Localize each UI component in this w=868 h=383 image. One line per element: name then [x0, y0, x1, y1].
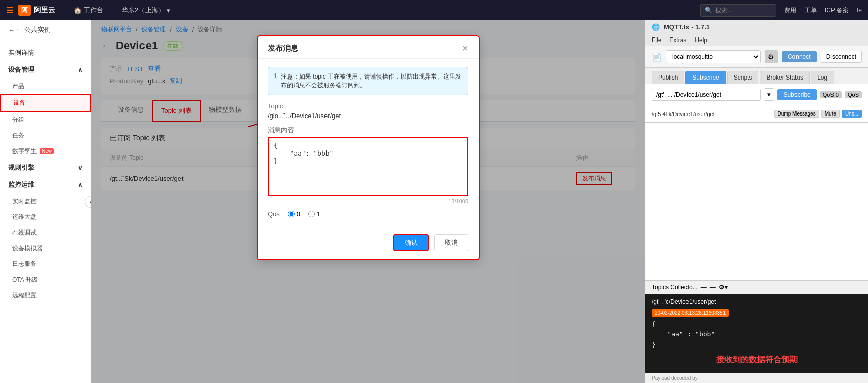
mqtt-timestamp: 20-02-2022 03:13:28.11608351	[652, 309, 729, 317]
mqtt-tab-log[interactable]: Log	[811, 71, 834, 84]
sidebar-item-digital-twin[interactable]: 数字孪生 New	[0, 143, 91, 159]
mqtt-message-body: { "aa" : "bbb" }	[652, 319, 862, 351]
mqtt-tab-scripts[interactable]: Scripts	[727, 71, 759, 84]
mqtt-topics-gear-icon[interactable]: ⚙▾	[719, 284, 728, 291]
qos-0-label: 0	[297, 210, 300, 218]
hamburger-icon[interactable]: ☰	[6, 6, 13, 15]
search-icon: 🔍	[705, 7, 712, 14]
search-placeholder: 搜索...	[715, 6, 733, 15]
sidebar-label-digital-twin: 数字孪生	[12, 147, 37, 156]
back-icon: ←	[8, 26, 15, 34]
mqtt-mute-btn[interactable]: Mute	[821, 110, 840, 118]
qos-1-label: 1	[317, 210, 320, 218]
mqtt-sub-topic: /gt5 4f k/Device1/user/get	[652, 111, 715, 117]
mqtt-topic-input[interactable]	[652, 89, 761, 101]
sidebar-label-group: 分组	[12, 116, 24, 123]
nav-tools[interactable]: 工单	[805, 6, 817, 15]
nav-icp[interactable]: ICP 备案	[825, 6, 849, 15]
topic-field-label: Topic	[268, 102, 468, 110]
mqtt-topics-collector: Topics Collecto... — — ⚙▾	[645, 281, 868, 294]
mqtt-subscribe-btn[interactable]: Subscribe	[777, 89, 816, 100]
nav-right: 🔍 搜索... 费用 工单 ICP 备案 Ie	[700, 4, 862, 17]
sidebar-item-realtime[interactable]: 实时监控	[0, 194, 91, 209]
mqtt-tab-subscribe[interactable]: Subscribe	[685, 71, 726, 84]
dialog-footer: 确认 取消	[258, 228, 479, 259]
qos-1-radio[interactable]	[308, 211, 315, 217]
mqtt-disconnect-btn[interactable]: Disconnect	[821, 51, 862, 63]
mqtt-topics-dash1: —	[701, 284, 707, 291]
mqtt-tabs: Publish Subscribe Scripts Broker Status …	[645, 68, 868, 84]
sidebar-item-remote-config[interactable]: 远程配置	[0, 288, 91, 303]
mqtt-titlebar: 🌐 MQTT.fx - 1.7.1	[645, 20, 868, 34]
mqtt-payload-label: Payload decoded by	[645, 373, 868, 383]
nav-fees[interactable]: 费用	[784, 6, 797, 15]
content-area: 物联网平台 / 设备管理 / 设备 / 设备详情 ← Device1 在线 产品…	[91, 20, 645, 383]
mqtt-connect-btn[interactable]: Connect	[782, 51, 817, 62]
sidebar-label-task: 任务	[12, 132, 24, 139]
mqtt-menu-file[interactable]: File	[652, 36, 661, 44]
message-textarea[interactable]: { "aa": "bbb" }	[269, 138, 467, 194]
sidebar-group-rules[interactable]: 规则引擎 ∨	[0, 159, 91, 176]
mqtt-bottom: Topics Collecto... — — ⚙▾ /gt' . 'c/Devi…	[645, 281, 868, 383]
dialog-header: 发布消息 ✕	[258, 36, 479, 59]
sidebar-label-device: 设备	[13, 99, 25, 106]
chevron-icon3: ∧	[78, 181, 83, 189]
qos-1-option[interactable]: 1	[308, 210, 320, 218]
sidebar-item-task[interactable]: 任务	[0, 128, 91, 143]
sidebar-item-group[interactable]: 分组	[0, 112, 91, 128]
qos-0-option[interactable]: 0	[288, 210, 300, 218]
mqtt-menubar: File Extras Help	[645, 34, 868, 46]
mqtt-qos1-badge: QoS	[845, 91, 862, 98]
dialog-close-btn[interactable]: ✕	[462, 44, 468, 53]
sidebar-item-product[interactable]: 产品	[0, 79, 91, 94]
sidebar-item-log[interactable]: 日志服务	[0, 256, 91, 272]
mqtt-doc-icon: 📄	[652, 52, 662, 62]
dialog-body: ℹ 注意：如果 topic 正在被使用，请谨慎操作，以防出现异常。这里发布的消息…	[258, 59, 479, 228]
nav-region[interactable]: 华东2（上海） ▾	[122, 6, 170, 15]
top-nav: ☰ 阿 阿里云 🏠 工作台 华东2（上海） ▾ 🔍 搜索... 费用 工单 IC…	[0, 0, 868, 20]
sidebar: ← ← 公共实例 实例详情 设备管理 ∧ 产品 设备 分组 任务	[0, 20, 91, 383]
mqtt-connection-select[interactable]: local mosquitto	[666, 50, 761, 63]
main-layout: ← ← 公共实例 实例详情 设备管理 ∧ 产品 设备 分组 任务	[0, 20, 868, 383]
cancel-button[interactable]: 取消	[434, 234, 468, 251]
mqtt-menu-extras[interactable]: Extras	[669, 36, 686, 44]
sidebar-group-device-mgmt[interactable]: 设备管理 ∧	[0, 61, 91, 79]
tab-marker: Ie	[857, 7, 862, 14]
sidebar-item-device-sim[interactable]: 设备模拟器	[0, 241, 91, 256]
mqtt-dump-messages-btn[interactable]: Dump Messages	[774, 110, 819, 118]
sidebar-back[interactable]: ← ← 公共实例	[0, 20, 91, 40]
sidebar-label-instance: 实例详情	[8, 48, 34, 57]
qos-0-radio[interactable]	[288, 211, 295, 217]
mqtt-qos0-badge: QoS 0	[820, 91, 842, 98]
workbench-label: 工作台	[84, 6, 103, 15]
mqtt-unsub-btn[interactable]: Uns...	[842, 110, 862, 118]
mqtt-subscriptions: /gt5 4f k/Device1/user/get Dump Messages…	[645, 105, 868, 123]
mqtt-connect-row: 📄 local mosquitto ⚙ Connect Disconnect	[645, 46, 868, 68]
nav-workbench[interactable]: 🏠 工作台	[74, 6, 103, 15]
qos-label: Qos	[268, 210, 280, 218]
sidebar-item-instance[interactable]: 实例详情	[0, 44, 91, 61]
char-count: 18/1000	[268, 198, 468, 204]
mqtt-menu-help[interactable]: Help	[695, 36, 707, 44]
sidebar-item-opsboard[interactable]: 运维大盘	[0, 209, 91, 225]
chevron-icon2: ∨	[78, 164, 83, 172]
mqtt-sub-item: /gt5 4f k/Device1/user/get Dump Messages…	[652, 108, 862, 119]
mqtt-tab-publish[interactable]: Publish	[652, 71, 684, 84]
dialog-overlay: 发布消息 ✕ ℹ 注意：如果 topic 正在被使用，请谨慎操作，以防出现异常。…	[91, 20, 645, 383]
sidebar-section: 实例详情 设备管理 ∧ 产品 设备 分组 任务 数字孪生 New	[0, 40, 91, 308]
mqtt-dropdown-btn[interactable]: ▾	[764, 88, 774, 101]
workbench-icon: 🏠	[74, 7, 82, 14]
sidebar-item-device[interactable]: 设备	[0, 94, 91, 112]
mqtt-tab-broker-status[interactable]: Broker Status	[760, 71, 810, 84]
sidebar-item-online-debug[interactable]: 在线调试	[0, 225, 91, 241]
confirm-button[interactable]: 确认	[393, 234, 429, 251]
new-badge: New	[40, 148, 54, 154]
sidebar-back-label: ← 公共实例	[16, 25, 51, 34]
mqtt-title-icon: 🌐	[652, 23, 660, 31]
sidebar-group-monitor[interactable]: 监控运维 ∧	[0, 176, 91, 194]
sidebar-item-ota[interactable]: OTA 升级	[0, 272, 91, 288]
mqtt-subscribe-row: ▾ Subscribe QoS 0 QoS	[645, 84, 868, 105]
search-box[interactable]: 🔍 搜索...	[700, 4, 776, 17]
message-textarea-wrap: { "aa": "bbb" }	[268, 137, 468, 196]
mqtt-gear-btn[interactable]: ⚙	[765, 50, 778, 63]
